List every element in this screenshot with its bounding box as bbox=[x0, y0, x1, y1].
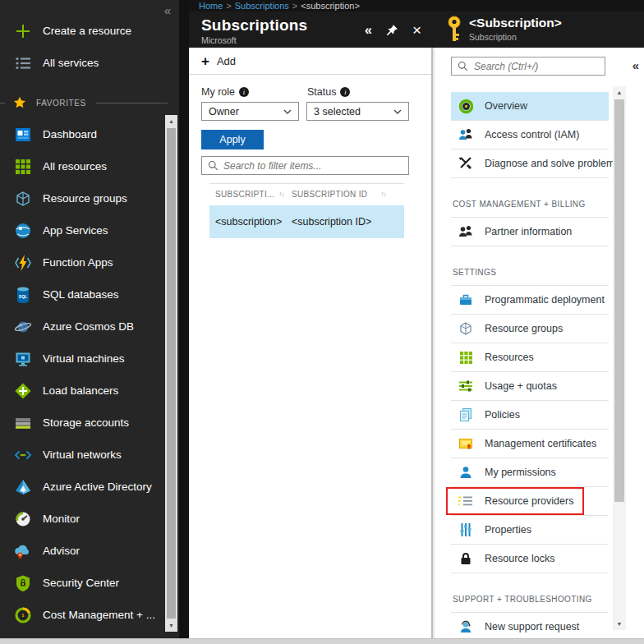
menu-item-label: Usage + quotas bbox=[485, 380, 557, 392]
people-icon bbox=[458, 126, 474, 143]
briefcase-icon bbox=[458, 292, 474, 308]
add-button[interactable]: Add bbox=[189, 48, 431, 75]
search-icon bbox=[458, 61, 468, 71]
providers-list-icon bbox=[458, 493, 474, 509]
bottom-edge bbox=[0, 638, 644, 644]
sidebar-item-label: All services bbox=[43, 57, 99, 69]
menu-item-label: My permissions bbox=[485, 467, 556, 478]
sidebar-item-label: Resource groups bbox=[43, 192, 127, 205]
sidebar-item-label: Cost Management + ... bbox=[43, 609, 155, 621]
menu-item-programmatic-deployment[interactable]: Programmatic deployment bbox=[451, 286, 609, 315]
menu-item-label: Resources bbox=[485, 352, 534, 363]
subscription-title: <Subscription> bbox=[469, 16, 562, 30]
grid-icon bbox=[13, 157, 33, 177]
menu-search-input[interactable] bbox=[474, 61, 599, 72]
favorites-header: FAVORITES bbox=[0, 90, 179, 115]
sidebar-item-all-resources[interactable]: All resources bbox=[0, 150, 179, 182]
menu-item-policies[interactable]: Policies bbox=[451, 401, 609, 430]
menu-item-access-control[interactable]: Access control (IAM) bbox=[451, 121, 609, 150]
sidebar-item-virtual-machines[interactable]: Virtual machines bbox=[0, 343, 179, 375]
sidebar-item-virtual-networks[interactable]: Virtual networks bbox=[0, 439, 179, 471]
menu-item-new-support-request[interactable]: New support request bbox=[451, 613, 609, 642]
sidebar-item-label: Azure Active Directory bbox=[43, 481, 152, 493]
apply-button[interactable]: Apply bbox=[201, 130, 264, 150]
monitor-icon bbox=[13, 349, 33, 369]
sidebar-collapse-icon[interactable] bbox=[164, 3, 171, 17]
menu-item-properties[interactable]: Properties bbox=[451, 516, 609, 545]
storage-icon bbox=[13, 413, 33, 433]
my-role-dropdown[interactable]: Owner bbox=[201, 102, 299, 121]
menu-section-support-troubleshooting: SUPPORT + TROUBLESHOOTING bbox=[451, 573, 609, 613]
menu-item-label: Policies bbox=[485, 409, 520, 421]
shield-icon bbox=[13, 573, 33, 593]
sidebar-item-app-services[interactable]: App Services bbox=[0, 214, 179, 246]
status-label: Status bbox=[307, 86, 350, 98]
column-header-subscription[interactable]: SUBSCRIPTI... bbox=[215, 190, 292, 199]
sidebar-item-all-services[interactable]: All services bbox=[0, 47, 179, 79]
menu-item-management-certificates[interactable]: Management certificates bbox=[451, 430, 609, 458]
sidebar-item-label: Security Center bbox=[43, 577, 119, 589]
scroll-down-icon[interactable] bbox=[613, 618, 626, 630]
sidebar-item-security-center[interactable]: Security Center bbox=[0, 567, 179, 599]
breadcrumb-current: <subscription> bbox=[301, 1, 360, 11]
left-nav-sidebar: Create a resource All services FAVORITES… bbox=[0, 0, 179, 638]
sidebar-item-function-apps[interactable]: Function Apps bbox=[0, 246, 179, 278]
menu-item-resource-locks[interactable]: Resource locks bbox=[451, 545, 609, 573]
scroll-up-icon[interactable] bbox=[165, 115, 177, 127]
menu-item-resource-providers[interactable]: Resource providers bbox=[451, 487, 609, 516]
pin-icon[interactable] bbox=[386, 24, 398, 36]
sidebar-scrollbar[interactable] bbox=[165, 115, 177, 632]
breadcrumb-home-link[interactable]: Home bbox=[199, 1, 223, 11]
sidebar-item-label: Create a resource bbox=[43, 25, 131, 37]
vertical-sliders-icon bbox=[458, 522, 474, 538]
sidebar-item-label: Virtual machines bbox=[43, 352, 125, 365]
filter-search-box[interactable] bbox=[201, 156, 409, 175]
menu-item-my-permissions[interactable]: My permissions bbox=[451, 458, 609, 487]
menu-item-label: Resource groups bbox=[485, 323, 563, 334]
breadcrumb-subscriptions-link[interactable]: Subscriptions bbox=[235, 1, 289, 11]
subscription-name-cell: <subscription> bbox=[215, 216, 292, 228]
menu-item-overview[interactable]: Overview bbox=[451, 92, 609, 121]
menu-search-box[interactable] bbox=[451, 57, 605, 76]
breadcrumb-separator: > bbox=[226, 1, 231, 11]
table-row-subscription[interactable]: <subscription> <subscription ID> bbox=[209, 205, 404, 238]
grid-icon bbox=[458, 349, 474, 366]
sidebar-item-cost-management[interactable]: $ Cost Management + ... bbox=[0, 599, 179, 631]
filter-search-input[interactable] bbox=[223, 160, 402, 172]
menu-item-resources[interactable]: Resources bbox=[451, 343, 609, 372]
sidebar-item-azure-active-directory[interactable]: Azure Active Directory bbox=[0, 471, 179, 503]
sidebar-scroll-thumb[interactable] bbox=[167, 128, 176, 619]
minimize-panel-icon[interactable] bbox=[365, 24, 372, 37]
menu-scroll-thumb[interactable] bbox=[614, 99, 624, 502]
menu-item-diagnose[interactable]: Diagnose and solve problems bbox=[451, 150, 609, 178]
menu-item-usage-quotas[interactable]: Usage + quotas bbox=[451, 372, 609, 401]
menu-scrollbar[interactable] bbox=[613, 86, 626, 630]
sidebar-item-label: App Services bbox=[43, 224, 108, 237]
status-value: 3 selected bbox=[314, 106, 393, 117]
sidebar-item-load-balancers[interactable]: Load balancers bbox=[0, 375, 179, 407]
sidebar-item-monitor[interactable]: Monitor bbox=[0, 503, 179, 535]
sidebar-item-sql-databases[interactable]: SQL SQL databases bbox=[0, 278, 179, 310]
svg-text:$: $ bbox=[22, 613, 25, 618]
sidebar-item-storage-accounts[interactable]: Storage accounts bbox=[0, 407, 179, 439]
collapse-menu-icon[interactable] bbox=[632, 58, 639, 72]
menu-item-resource-groups[interactable]: Resource groups bbox=[451, 315, 609, 343]
menu-item-label: Overview bbox=[485, 100, 527, 112]
scroll-up-icon[interactable] bbox=[613, 86, 626, 99]
menu-item-partner-information[interactable]: Partner information bbox=[451, 218, 609, 246]
status-dropdown[interactable]: 3 selected bbox=[306, 102, 409, 121]
column-header-subscription-id[interactable]: SUBSCRIPTION ID bbox=[292, 190, 385, 199]
dashboard-icon bbox=[13, 125, 33, 145]
sidebar-item-resource-groups[interactable]: Resource groups bbox=[0, 182, 179, 214]
sidebar-item-advisor[interactable]: Advisor bbox=[0, 535, 179, 567]
scroll-down-icon[interactable] bbox=[165, 619, 177, 632]
sidebar-item-azure-cosmos-db[interactable]: Azure Cosmos DB bbox=[0, 310, 179, 343]
sidebar-item-label: Dashboard bbox=[43, 128, 97, 140]
menu-section-settings: SETTINGS bbox=[451, 246, 609, 286]
sidebar-item-label: Advisor bbox=[43, 545, 80, 557]
sidebar-item-dashboard[interactable]: Dashboard bbox=[0, 118, 179, 150]
search-icon bbox=[208, 160, 218, 171]
sidebar-item-label: All resources bbox=[43, 160, 107, 172]
sidebar-item-create-a-resource[interactable]: Create a resource bbox=[0, 15, 179, 47]
close-panel-icon[interactable] bbox=[412, 22, 421, 38]
